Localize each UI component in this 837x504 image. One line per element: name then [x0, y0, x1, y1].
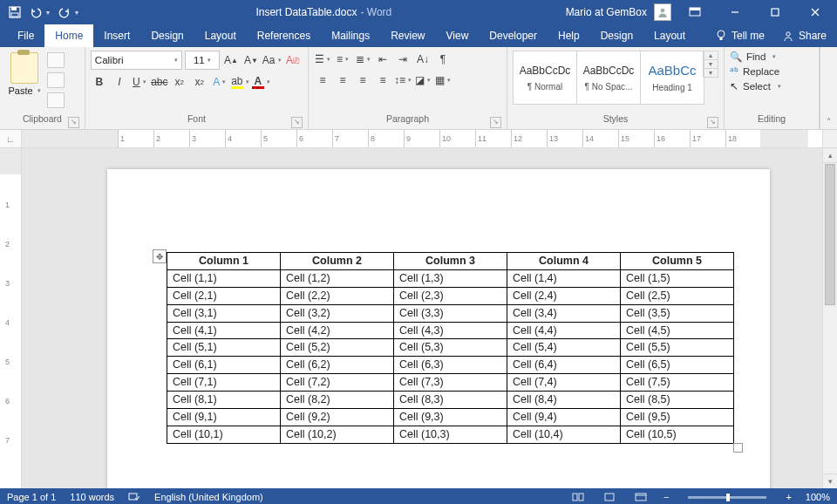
tab-mailings[interactable]: Mailings [321, 24, 380, 47]
vertical-scrollbar[interactable]: ▴ ▾ [822, 148, 837, 488]
style-card[interactable]: AaBbCcDc¶ No Spac... [576, 51, 641, 105]
paste-button[interactable]: Paste▾ [5, 51, 44, 96]
language-indicator[interactable]: English (United Kingdom) [154, 492, 263, 502]
table-header[interactable]: Column 5 [621, 253, 734, 270]
table-cell[interactable]: Cell (6,4) [507, 357, 621, 374]
table-cell[interactable]: Cell (1,3) [394, 269, 507, 287]
table-header[interactable]: Column 1 [167, 253, 281, 270]
tab-file[interactable]: File [7, 24, 44, 47]
table-cell[interactable]: Cell (2,1) [167, 287, 281, 304]
table-cell[interactable]: Cell (5,4) [507, 339, 621, 357]
table-cell[interactable]: Cell (6,2) [281, 357, 394, 374]
font-size-combo[interactable]: 11▾ [185, 51, 220, 70]
tab-design[interactable]: Design [140, 24, 194, 47]
style-card[interactable]: AaBbCcHeading 1 [640, 51, 704, 105]
page-indicator[interactable]: Page 1 of 1 [7, 492, 56, 502]
table-cell[interactable]: Cell (4,2) [281, 322, 394, 339]
table-cell[interactable]: Cell (9,5) [621, 408, 734, 426]
clipboard-launcher-icon[interactable]: ↘ [68, 117, 79, 128]
zoom-in-button[interactable]: + [786, 492, 791, 502]
paragraph-launcher-icon[interactable]: ↘ [490, 117, 501, 128]
table-cell[interactable]: Cell (3,1) [167, 304, 281, 322]
table-cell[interactable]: Cell (6,5) [621, 357, 734, 374]
tell-me[interactable]: Tell me [707, 24, 773, 47]
table-cell[interactable]: Cell (3,3) [394, 304, 507, 322]
strikethrough-button[interactable]: abc [151, 73, 168, 91]
font-launcher-icon[interactable]: ↘ [291, 117, 303, 128]
table-row[interactable]: Cell (10,1)Cell (10,2)Cell (10,3)Cell (1… [167, 426, 734, 443]
clear-formatting-button[interactable]: A⎚ [284, 51, 302, 69]
select-button[interactable]: ↖Select▾ [730, 80, 781, 92]
table-cell[interactable]: Cell (9,1) [167, 408, 281, 426]
table-cell[interactable]: Cell (8,3) [394, 392, 507, 409]
shading-button[interactable]: ◪▾ [414, 72, 432, 89]
copy-button[interactable] [47, 72, 65, 88]
user-avatar-icon[interactable] [654, 3, 671, 21]
table-header[interactable]: Column 4 [507, 253, 621, 270]
table-cell[interactable]: Cell (4,5) [621, 322, 734, 339]
sort-button[interactable]: A↓ [414, 51, 432, 68]
save-icon[interactable] [9, 6, 21, 18]
table-cell[interactable]: Cell (3,5) [621, 304, 734, 322]
align-left-button[interactable]: ≡ [314, 72, 331, 89]
maximize-button[interactable] [759, 0, 792, 24]
tab-review[interactable]: Review [380, 24, 435, 47]
document-table[interactable]: Column 1Column 2Column 3Column 4Column 5… [167, 252, 734, 444]
table-cell[interactable]: Cell (7,5) [621, 374, 734, 392]
table-cell[interactable]: Cell (8,4) [507, 392, 621, 409]
redo-icon[interactable] [58, 6, 71, 18]
replace-button[interactable]: ᵃᵇReplace [730, 65, 781, 78]
tab-layout[interactable]: Layout [194, 24, 247, 47]
table-cell[interactable]: Cell (1,2) [281, 269, 394, 287]
web-layout-icon[interactable] [632, 491, 650, 503]
word-count[interactable]: 110 words [70, 492, 114, 502]
table-cell[interactable]: Cell (10,3) [394, 426, 507, 443]
borders-button[interactable]: ▦▾ [434, 72, 452, 89]
decrease-indent-button[interactable]: ⇤ [374, 51, 391, 68]
chevron-down-icon[interactable]: ▾ [772, 53, 776, 60]
undo-dropdown-icon[interactable]: ▾ [46, 9, 50, 17]
bullets-button[interactable]: ☰▾ [314, 51, 331, 68]
table-cell[interactable]: Cell (1,4) [507, 269, 621, 287]
justify-button[interactable]: ≡ [374, 72, 391, 89]
table-move-handle-icon[interactable]: ✥ [153, 249, 167, 263]
table-row[interactable]: Cell (3,1)Cell (3,2)Cell (3,3)Cell (3,4)… [167, 304, 734, 322]
multilevel-list-button[interactable]: ≣▾ [354, 51, 371, 68]
table-row[interactable]: Cell (9,1)Cell (9,2)Cell (9,3)Cell (9,4)… [167, 408, 734, 426]
cut-button[interactable] [47, 52, 65, 68]
underline-button[interactable]: U▾ [131, 73, 148, 91]
font-name-combo[interactable]: Calibri▾ [91, 51, 182, 70]
styles-down-icon[interactable]: ▾ [704, 60, 718, 69]
table-row[interactable]: Cell (5,1)Cell (5,2)Cell (5,3)Cell (5,4)… [167, 339, 734, 357]
align-right-button[interactable]: ≡ [354, 72, 371, 89]
table-cell[interactable]: Cell (2,4) [507, 287, 621, 304]
align-center-button[interactable]: ≡ [334, 72, 351, 89]
tab-developer[interactable]: Developer [479, 24, 548, 47]
table-cell[interactable]: Cell (4,4) [507, 322, 621, 339]
bold-button[interactable]: B [91, 73, 108, 91]
font-color-button[interactable]: A▾ [252, 73, 270, 91]
horizontal-ruler[interactable]: 123456789101112131415161718 [22, 130, 822, 147]
grow-font-button[interactable]: A▲ [222, 51, 240, 69]
table-cell[interactable]: Cell (10,1) [167, 426, 281, 443]
collapse-ribbon-icon[interactable]: ˄ [820, 47, 837, 129]
tab-home[interactable]: Home [44, 24, 93, 47]
read-mode-icon[interactable] [569, 491, 587, 503]
tab-design[interactable]: Design [590, 24, 643, 47]
tab-insert[interactable]: Insert [93, 24, 140, 47]
table-cell[interactable]: Cell (5,3) [394, 339, 507, 357]
table-cell[interactable]: Cell (3,4) [507, 304, 621, 322]
superscript-button[interactable]: x2 [191, 73, 208, 91]
tab-help[interactable]: Help [548, 24, 590, 47]
scroll-up-icon[interactable]: ▴ [823, 148, 837, 163]
scroll-down-icon[interactable]: ▾ [823, 473, 837, 488]
table-cell[interactable]: Cell (10,2) [281, 426, 394, 443]
tab-references[interactable]: References [247, 24, 321, 47]
table-header[interactable]: Column 2 [281, 253, 394, 270]
table-cell[interactable]: Cell (2,3) [394, 287, 507, 304]
table-row[interactable]: Cell (1,1)Cell (1,2)Cell (1,3)Cell (1,4)… [167, 269, 734, 287]
numbering-button[interactable]: ≡▾ [334, 51, 351, 68]
table-cell[interactable]: Cell (4,1) [167, 322, 281, 339]
ribbon-display-options-icon[interactable] [678, 0, 711, 24]
styles-launcher-icon[interactable]: ↘ [707, 117, 718, 128]
